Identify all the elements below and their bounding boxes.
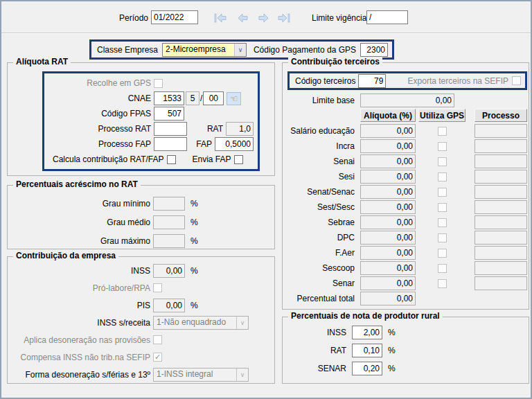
compensa-inss-row: Compensa INSS não trib.na SEFIP ✓ <box>8 348 274 366</box>
codigo-fpas-input[interactable] <box>154 107 184 121</box>
pis-input[interactable] <box>153 299 185 312</box>
terceiros-processo-input[interactable] <box>475 215 527 229</box>
utiliza-gps-checkbox[interactable] <box>438 172 447 181</box>
terceiros-processo-input[interactable] <box>475 124 527 138</box>
terceiros-aliquota-input[interactable] <box>360 200 416 214</box>
produtor-rural-label: SENAR <box>283 364 349 373</box>
nav-first-button[interactable] <box>212 11 229 25</box>
grau-label: Grau máximo <box>8 236 153 246</box>
terceiros-processo-input[interactable] <box>475 154 527 168</box>
cnae-input[interactable] <box>154 91 184 105</box>
prolabore-checkbox[interactable] <box>153 283 162 292</box>
percent-label: % <box>190 236 198 246</box>
percent-label: % <box>190 218 198 227</box>
utiliza-gps-cell <box>418 249 466 258</box>
aliquota-rat-highlight-box: Recolhe em GPS CNAE / ☜ Código FPAS Proc… <box>42 71 260 171</box>
terceiros-row-label: Sebrae <box>283 218 357 227</box>
codigo-terceiros-input[interactable] <box>358 74 386 88</box>
terceiros-processo-input[interactable] <box>475 185 527 199</box>
utiliza-gps-checkbox[interactable] <box>438 233 447 242</box>
cnae-digit-input[interactable] <box>186 91 200 105</box>
terceiros-aliquota-input[interactable] <box>360 139 416 153</box>
terceiros-aliquota-input[interactable] <box>360 231 416 245</box>
percent-label: % <box>190 266 198 276</box>
periodo-input[interactable] <box>151 10 198 24</box>
recolhe-gps-checkbox[interactable] <box>154 79 163 88</box>
utiliza-gps-checkbox[interactable] <box>438 142 447 151</box>
exporta-terceiros-checkbox[interactable] <box>512 76 521 85</box>
processo-fap-input[interactable] <box>154 137 187 151</box>
terceiros-row: Sebrae <box>283 215 529 230</box>
contribuicao-empresa-group: Contribuição da empresa INSS % Pró-labor… <box>7 256 275 384</box>
terceiros-aliquota-input[interactable] <box>360 261 416 275</box>
processo-rat-label: Processo RAT <box>44 124 154 134</box>
processo-rat-input[interactable] <box>154 122 187 136</box>
forma-desoneracao-select[interactable]: 1-INSS integral ∨ <box>153 368 249 382</box>
limite-vigencia-input[interactable] <box>366 10 408 24</box>
fap-input[interactable] <box>215 137 254 151</box>
calcula-rat-fap-checkbox[interactable] <box>167 155 176 164</box>
grau-input[interactable] <box>153 215 185 229</box>
forma-desoneracao-label: Forma desoneração s/férias e 13º <box>8 370 153 380</box>
terceiros-aliquota-input[interactable] <box>360 170 416 184</box>
utiliza-gps-checkbox[interactable] <box>438 264 447 273</box>
terceiros-aliquota-input[interactable] <box>360 124 416 138</box>
utiliza-gps-checkbox[interactable] <box>438 157 447 166</box>
utiliza-gps-checkbox[interactable] <box>438 203 447 212</box>
produtor-rural-input[interactable] <box>352 344 382 357</box>
utiliza-gps-checkbox[interactable] <box>438 249 447 258</box>
terceiros-processo-input[interactable] <box>475 139 527 153</box>
grau-input[interactable] <box>153 234 185 248</box>
cnae-sufixo-input[interactable] <box>203 91 224 105</box>
chevron-down-icon: ∨ <box>236 369 248 381</box>
terceiros-aliquota-input[interactable] <box>360 154 416 168</box>
terceiros-row-label: Senai <box>283 157 357 166</box>
nav-prev-button[interactable] <box>234 11 251 25</box>
terceiros-row: Salário educação <box>283 123 529 139</box>
produtor-rural-input[interactable] <box>352 326 382 339</box>
utiliza-gps-cell <box>418 188 466 197</box>
terceiros-aliquota-input[interactable] <box>360 246 416 260</box>
cnae-label: CNAE <box>44 94 154 103</box>
inss-receita-row: INSS s/receita 1-Não enquadrado ∨ <box>8 314 274 331</box>
aplica-desoneracao-checkbox[interactable] <box>153 335 162 344</box>
pis-row: PIS % <box>8 296 274 314</box>
compensa-inss-checkbox[interactable]: ✓ <box>153 353 162 362</box>
terceiros-processo-input[interactable] <box>475 276 527 290</box>
cnae-browse-button[interactable]: ☜ <box>227 92 241 105</box>
terceiros-processo-input[interactable] <box>475 261 527 275</box>
utiliza-gps-checkbox[interactable] <box>438 279 447 288</box>
terceiros-aliquota-input[interactable] <box>360 276 416 290</box>
fap-label: FAP <box>196 139 215 149</box>
terceiros-processo-input[interactable] <box>475 200 527 214</box>
envia-fap-checkbox[interactable] <box>234 155 243 164</box>
terceiros-row: Senat/Senac <box>283 184 529 200</box>
contribuicao-terceiros-group: Contribuição terceiros Código terceiros … <box>282 62 529 310</box>
inss-receita-select[interactable]: 1-Não enquadrado ∨ <box>153 316 249 330</box>
codigo-fpas-label: Código FPAS <box>44 109 154 118</box>
rat-fap-checkbox-row: Calcula contribuição RAT/FAP Envia FAP <box>44 152 258 167</box>
utiliza-gps-checkbox[interactable] <box>438 127 447 136</box>
percentuais-rat-group: Percentuais acréscimo no RAT Grau mínimo… <box>7 185 275 249</box>
codigo-gps-label: Código Pagamento da GPS <box>254 45 356 55</box>
terceiros-processo-input[interactable] <box>475 246 527 260</box>
classe-empresa-select[interactable]: 2-Microempresa ∨ <box>162 43 247 57</box>
utiliza-gps-checkbox[interactable] <box>438 188 447 197</box>
terceiros-aliquota-input[interactable] <box>360 215 416 229</box>
terceiros-aliquota-input[interactable] <box>360 185 416 199</box>
nav-last-button[interactable] <box>276 11 292 25</box>
terceiros-processo-input[interactable] <box>475 231 527 245</box>
terceiros-row-label: Salário educação <box>283 126 357 136</box>
classe-empresa-label: Classe Empresa <box>97 45 158 55</box>
utiliza-gps-checkbox[interactable] <box>438 218 447 227</box>
terceiros-processo-input[interactable] <box>475 170 527 184</box>
codigo-gps-input[interactable] <box>360 43 388 57</box>
rat-input[interactable] <box>226 122 254 136</box>
terceiros-row-label: DPC <box>283 233 357 242</box>
limite-base-input[interactable] <box>360 94 454 107</box>
produtor-rural-input[interactable] <box>352 362 382 375</box>
nav-next-button[interactable] <box>255 11 272 25</box>
grau-input[interactable] <box>153 197 185 211</box>
inss-input[interactable] <box>153 264 185 278</box>
percentual-total-input[interactable] <box>360 292 416 305</box>
